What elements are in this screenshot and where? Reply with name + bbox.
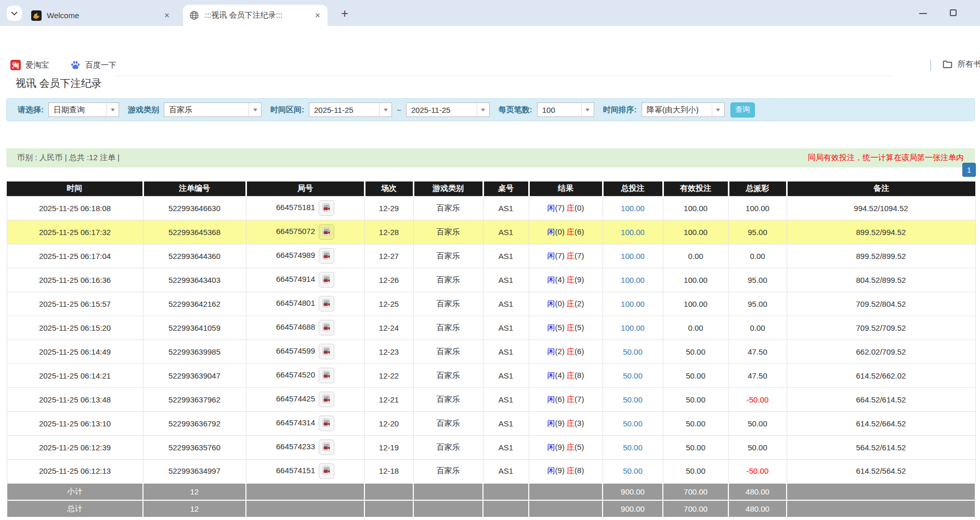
page-size-select[interactable]: 100 [537, 102, 594, 117]
result-banker-points: (7) [574, 395, 584, 404]
total-bet-link[interactable]: 100.00 [621, 276, 645, 284]
chevron-down-icon[interactable] [379, 103, 391, 116]
result-player: 闲 [547, 203, 555, 212]
cell-round-id: 664574314 [246, 411, 364, 435]
video-camera-icon [322, 346, 331, 357]
total-bet-link[interactable]: 100.00 [621, 323, 645, 332]
cell-table-no: AS1 [483, 459, 529, 483]
cell-round-id: 664574914 [246, 268, 364, 292]
tilde-separator: ~ [397, 106, 401, 114]
total-bet-link[interactable]: 50.00 [623, 466, 643, 475]
header-valid-bet: 有效投注 [663, 181, 728, 196]
total-bet-link[interactable]: 50.00 [623, 347, 643, 356]
search-button[interactable]: 查询 [730, 102, 755, 118]
total-bet-link[interactable]: 100.00 [621, 228, 645, 237]
all-bookmarks-button[interactable]: 所有书签 [942, 59, 980, 69]
video-replay-button[interactable] [319, 415, 334, 431]
video-replay-button[interactable] [319, 320, 334, 335]
result-player: 闲 [547, 371, 555, 380]
total-bet-link[interactable]: 100.00 [621, 204, 645, 213]
cell-payout: 95.00 [728, 220, 787, 244]
result-player-points: (4) [555, 371, 565, 380]
video-replay-button[interactable] [319, 272, 334, 288]
cell-payout: -50.00 [728, 459, 787, 483]
close-icon[interactable]: × [162, 10, 172, 21]
bookmark-baidu[interactable]: 百度一下 [70, 60, 116, 70]
header-bet-id: 注单编号 [143, 181, 246, 196]
total-bet-link[interactable]: 50.00 [623, 443, 643, 452]
tab-bet-record[interactable]: :::视讯 会员下注纪录::: × [183, 5, 328, 26]
total-bet-link[interactable]: 50.00 [623, 371, 643, 380]
date-end-select[interactable]: 2025-11-25 [406, 102, 490, 117]
video-camera-icon [322, 442, 331, 453]
total-bet-link[interactable]: 100.00 [621, 300, 645, 308]
close-icon[interactable]: × [313, 10, 322, 21]
cell-round-id: 664574599 [246, 340, 364, 363]
payout-value: 47.50 [748, 371, 767, 380]
page-1-button[interactable]: 1 [962, 163, 976, 177]
cell-valid-bet: 100.00 [663, 292, 728, 316]
cell-time: 2025-11-25 06:12:13 [7, 459, 143, 483]
tab-welcome[interactable]: Welcome × [25, 5, 177, 26]
table-body: 2025-11-25 06:18:08522993646630664575181… [7, 196, 975, 483]
new-tab-button[interactable]: + [338, 7, 351, 20]
window-maximize-button[interactable] [950, 9, 957, 16]
result-banker: 庄 [567, 299, 574, 308]
date-start-select[interactable]: 2025-11-25 [309, 102, 392, 117]
tab-search-button[interactable] [7, 6, 22, 21]
video-replay-button[interactable] [319, 296, 334, 311]
bookmark-taobao[interactable]: 淘 爱淘宝 [10, 60, 49, 70]
chevron-down-icon[interactable] [106, 103, 119, 116]
cell-session: 12-18 [364, 459, 413, 483]
video-replay-button[interactable] [319, 439, 334, 455]
result-player: 闲 [547, 227, 555, 236]
cell-result: 闲(9) 庄(5) [529, 435, 603, 459]
chevron-down-icon[interactable] [249, 103, 261, 116]
cell-note: 614.52/664.52 [787, 411, 975, 435]
result-banker: 庄 [567, 275, 574, 284]
video-replay-button[interactable] [319, 344, 334, 359]
round-id: 664575072 [276, 227, 315, 236]
cell-bet-id: 522993639985 [143, 340, 246, 363]
result-player-points: (6) [555, 395, 565, 404]
table-row: 2025-11-25 06:17:32522993645368664575072… [7, 220, 975, 244]
video-replay-button[interactable] [319, 248, 334, 264]
video-replay-button[interactable] [319, 463, 334, 479]
window-minimize-button[interactable] [919, 13, 927, 14]
video-camera-icon [322, 370, 331, 381]
total-bet-link[interactable]: 100.00 [621, 252, 645, 261]
chevron-down-icon[interactable] [581, 103, 594, 116]
header-table-no: 桌号 [483, 181, 529, 196]
result-banker-points: (0) [574, 203, 584, 212]
video-replay-button[interactable] [319, 224, 334, 240]
result-player-points: (9) [555, 419, 565, 427]
chevron-down-icon[interactable] [712, 103, 724, 116]
cell-round-id: 664574688 [246, 316, 364, 340]
game-type-select[interactable]: 百家乐 [164, 102, 262, 117]
sort-select[interactable]: 降幂(由大到小) [642, 102, 725, 117]
result-player: 闲 [547, 347, 555, 356]
cell-round-id: 664574425 [246, 387, 364, 411]
cell-time: 2025-11-25 06:17:32 [7, 220, 143, 244]
cell-table-no: AS1 [483, 268, 529, 292]
total-bet-link[interactable]: 50.00 [623, 395, 643, 404]
cell-payout: 50.00 [728, 411, 787, 435]
cell-time: 2025-11-25 06:12:39 [7, 435, 143, 459]
total-bet-link[interactable]: 50.00 [623, 419, 643, 428]
cell-session: 12-23 [364, 340, 413, 363]
header-session: 场次 [364, 181, 413, 196]
all-bookmarks-label: 所有书签 [958, 59, 980, 69]
cell-result: 闲(9) 庄(3) [529, 411, 603, 435]
bookmark-label: 爱淘宝 [25, 60, 49, 70]
cell-bet-id: 522993645368 [143, 220, 246, 244]
query-mode-select[interactable]: 日期查询 [48, 102, 119, 117]
video-replay-button[interactable] [319, 200, 334, 216]
summary-note: 同局有效投注，统一计算在该局第一张注单内 [808, 153, 964, 163]
chevron-down-icon[interactable] [477, 103, 489, 116]
result-player: 闲 [547, 275, 555, 284]
cell-game-type: 百家乐 [413, 387, 483, 411]
video-replay-button[interactable] [319, 368, 334, 383]
table-row: 2025-11-25 06:16:36522993643403664574914… [7, 268, 975, 292]
result-banker-points: (9) [574, 275, 584, 284]
video-replay-button[interactable] [319, 392, 334, 407]
